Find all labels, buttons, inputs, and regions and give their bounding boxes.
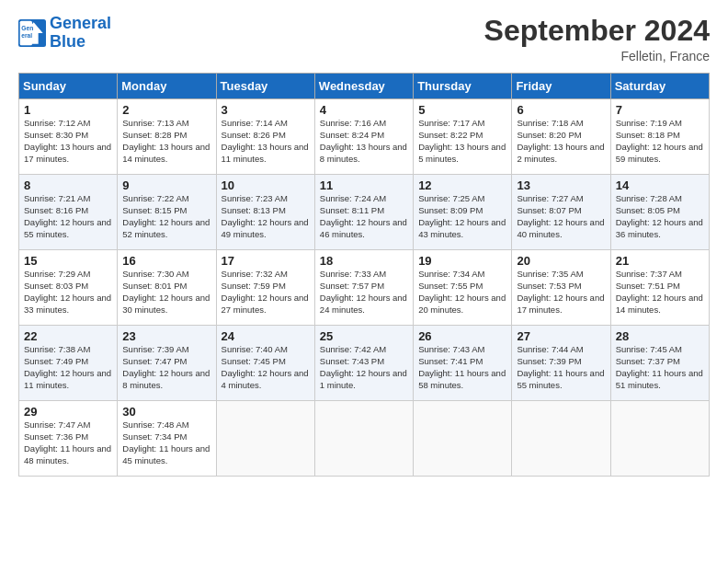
table-row <box>512 401 610 477</box>
table-row: 2 Sunrise: 7:13 AMSunset: 8:28 PMDayligh… <box>118 99 216 175</box>
col-wednesday: Wednesday <box>314 74 413 99</box>
table-row: 17 Sunrise: 7:32 AMSunset: 7:59 PMDaylig… <box>216 250 314 326</box>
table-row: 10 Sunrise: 7:23 AMSunset: 8:13 PMDaylig… <box>216 175 314 250</box>
table-row: 1 Sunrise: 7:12 AMSunset: 8:30 PMDayligh… <box>19 99 118 175</box>
calendar-week-3: 22 Sunrise: 7:38 AMSunset: 7:49 PMDaylig… <box>19 326 710 401</box>
logo-text-line1: General <box>50 15 111 33</box>
calendar-table: Sunday Monday Tuesday Wednesday Thursday… <box>18 73 710 477</box>
table-row <box>414 401 512 477</box>
col-friday: Friday <box>512 74 610 99</box>
table-row: 5 Sunrise: 7:17 AMSunset: 8:22 PMDayligh… <box>414 99 512 175</box>
table-row: 14 Sunrise: 7:28 AMSunset: 8:05 PMDaylig… <box>610 175 709 250</box>
header: Gen eral General Blue September 2024 Fel… <box>18 15 710 63</box>
table-row: 3 Sunrise: 7:14 AMSunset: 8:26 PMDayligh… <box>216 99 314 175</box>
col-sunday: Sunday <box>19 74 118 99</box>
logo-text-line2: Blue <box>50 33 111 52</box>
calendar-week-4: 29 Sunrise: 7:47 AMSunset: 7:36 PMDaylig… <box>19 401 710 477</box>
calendar-week-2: 15 Sunrise: 7:29 AMSunset: 8:03 PMDaylig… <box>19 250 710 326</box>
col-tuesday: Tuesday <box>216 74 314 99</box>
table-row: 21 Sunrise: 7:37 AMSunset: 7:51 PMDaylig… <box>610 250 709 326</box>
table-row <box>610 401 709 477</box>
logo: Gen eral General Blue <box>18 15 111 52</box>
table-row: 26 Sunrise: 7:43 AMSunset: 7:41 PMDaylig… <box>414 326 512 401</box>
table-row: 7 Sunrise: 7:19 AMSunset: 8:18 PMDayligh… <box>610 99 709 175</box>
table-row: 27 Sunrise: 7:44 AMSunset: 7:39 PMDaylig… <box>512 326 610 401</box>
table-row: 4 Sunrise: 7:16 AMSunset: 8:24 PMDayligh… <box>314 99 413 175</box>
table-row: 16 Sunrise: 7:30 AMSunset: 8:01 PMDaylig… <box>118 250 216 326</box>
title-block: September 2024 Felletin, France <box>484 15 710 63</box>
col-monday: Monday <box>118 74 216 99</box>
table-row: 25 Sunrise: 7:42 AMSunset: 7:43 PMDaylig… <box>314 326 413 401</box>
logo-icon: Gen eral <box>18 19 46 47</box>
location: Felletin, France <box>484 49 710 63</box>
svg-text:eral: eral <box>21 32 32 39</box>
calendar-header-row: Sunday Monday Tuesday Wednesday Thursday… <box>19 74 710 99</box>
calendar-week-0: 1 Sunrise: 7:12 AMSunset: 8:30 PMDayligh… <box>19 99 710 175</box>
table-row: 11 Sunrise: 7:24 AMSunset: 8:11 PMDaylig… <box>314 175 413 250</box>
table-row: 22 Sunrise: 7:38 AMSunset: 7:49 PMDaylig… <box>19 326 118 401</box>
table-row: 12 Sunrise: 7:25 AMSunset: 8:09 PMDaylig… <box>414 175 512 250</box>
table-row: 13 Sunrise: 7:27 AMSunset: 8:07 PMDaylig… <box>512 175 610 250</box>
svg-text:Gen: Gen <box>21 24 33 30</box>
table-row: 19 Sunrise: 7:34 AMSunset: 7:55 PMDaylig… <box>414 250 512 326</box>
table-row <box>216 401 314 477</box>
table-row: 8 Sunrise: 7:21 AMSunset: 8:16 PMDayligh… <box>19 175 118 250</box>
calendar-week-1: 8 Sunrise: 7:21 AMSunset: 8:16 PMDayligh… <box>19 175 710 250</box>
page: Gen eral General Blue September 2024 Fel… <box>0 0 728 563</box>
table-row: 24 Sunrise: 7:40 AMSunset: 7:45 PMDaylig… <box>216 326 314 401</box>
table-row <box>314 401 413 477</box>
table-row: 9 Sunrise: 7:22 AMSunset: 8:15 PMDayligh… <box>118 175 216 250</box>
col-saturday: Saturday <box>610 74 709 99</box>
table-row: 23 Sunrise: 7:39 AMSunset: 7:47 PMDaylig… <box>118 326 216 401</box>
table-row: 30 Sunrise: 7:48 AMSunset: 7:34 PMDaylig… <box>118 401 216 477</box>
month-title: September 2024 <box>484 15 710 47</box>
col-thursday: Thursday <box>414 74 512 99</box>
table-row: 28 Sunrise: 7:45 AMSunset: 7:37 PMDaylig… <box>610 326 709 401</box>
table-row: 6 Sunrise: 7:18 AMSunset: 8:20 PMDayligh… <box>512 99 610 175</box>
table-row: 29 Sunrise: 7:47 AMSunset: 7:36 PMDaylig… <box>19 401 118 477</box>
table-row: 15 Sunrise: 7:29 AMSunset: 8:03 PMDaylig… <box>19 250 118 326</box>
table-row: 18 Sunrise: 7:33 AMSunset: 7:57 PMDaylig… <box>314 250 413 326</box>
table-row: 20 Sunrise: 7:35 AMSunset: 7:53 PMDaylig… <box>512 250 610 326</box>
